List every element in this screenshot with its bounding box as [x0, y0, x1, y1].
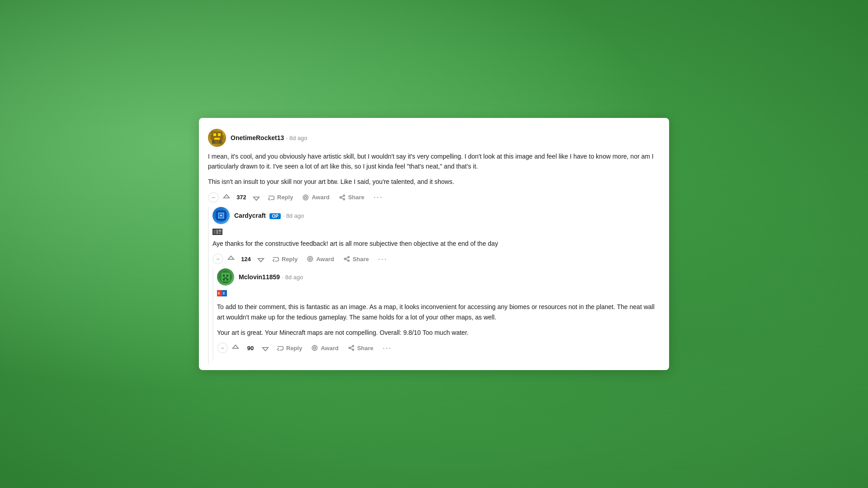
- collapse-button-1[interactable]: −: [208, 192, 219, 203]
- thread-line-1: [208, 207, 209, 365]
- more-button-1[interactable]: ···: [370, 192, 387, 203]
- comment-card: OnetimeRocket13 · 8d ago I mean, it's co…: [199, 118, 669, 371]
- username-mclovin[interactable]: Mclovin11859: [239, 273, 280, 281]
- comment-3-body: To add to their comment, this is fantast…: [217, 302, 660, 338]
- comment-3-p1: To add to their comment, this is fantast…: [217, 302, 660, 322]
- svg-rect-22: [219, 232, 222, 234]
- share-button-2[interactable]: Share: [340, 253, 373, 264]
- svg-rect-7: [221, 135, 223, 140]
- vote-count-3: 90: [244, 345, 257, 352]
- svg-point-41: [352, 346, 354, 347]
- reply-button-3[interactable]: Reply: [273, 343, 306, 353]
- comment-1-p2: This isn't an insult to your skill nor y…: [208, 177, 660, 187]
- svg-rect-30: [223, 275, 225, 277]
- username-onetimerocket13[interactable]: OnetimeRocket13: [231, 134, 284, 141]
- svg-rect-31: [226, 275, 228, 277]
- share-button-3[interactable]: Share: [344, 343, 377, 353]
- downvote-button-1[interactable]: [250, 192, 262, 203]
- comment-2-header: Cardycraft OP · 8d ago: [212, 207, 660, 224]
- svg-rect-4: [212, 141, 215, 143]
- award-button-3[interactable]: Award: [307, 343, 342, 353]
- comment-1-body: I mean, it's cool, and you obviously hav…: [208, 151, 660, 187]
- svg-point-8: [303, 195, 308, 200]
- award-button-2[interactable]: Award: [303, 253, 338, 264]
- svg-rect-37: [218, 292, 220, 295]
- comment-3-actions: − 90: [217, 342, 660, 354]
- svg-point-9: [305, 196, 307, 198]
- reply-button-1[interactable]: Reply: [264, 192, 297, 203]
- svg-rect-5: [219, 141, 222, 143]
- svg-rect-2: [218, 133, 221, 136]
- svg-point-39: [312, 346, 317, 351]
- comment-2-body: Aye thanks for the constructive feedback…: [212, 239, 660, 249]
- comment-1: OnetimeRocket13 · 8d ago I mean, it's co…: [208, 129, 660, 371]
- comment-3-header: Mclovin11859 · 8d ago: [217, 268, 660, 286]
- svg-point-12: [343, 198, 344, 200]
- svg-point-40: [314, 347, 316, 349]
- svg-rect-6: [211, 135, 213, 140]
- svg-rect-20: [216, 230, 218, 234]
- mclovin-flair: [217, 290, 660, 298]
- svg-point-11: [340, 197, 341, 198]
- svg-rect-1: [213, 133, 216, 136]
- more-button-3[interactable]: ···: [379, 343, 396, 354]
- collapse-button-3[interactable]: −: [217, 343, 228, 353]
- avatar-onetimerocket13: [208, 129, 226, 147]
- comment-1-actions: − 372 Reply Award Share: [208, 192, 660, 203]
- vote-count-1: 372: [235, 194, 248, 201]
- cardycraft-flair: [212, 229, 660, 235]
- upvote-button-1[interactable]: [221, 192, 232, 203]
- username-cardycraft[interactable]: Cardycraft: [234, 212, 266, 219]
- svg-point-26: [344, 258, 345, 260]
- svg-point-27: [348, 260, 349, 262]
- collapse-button-2[interactable]: −: [212, 253, 223, 264]
- more-button-2[interactable]: ···: [374, 253, 391, 265]
- svg-rect-34: [226, 279, 228, 281]
- svg-point-43: [352, 349, 354, 351]
- op-badge: OP: [269, 213, 280, 219]
- comment-2: Cardycraft OP · 8d ago: [212, 207, 660, 365]
- comment-1-p1: I mean, it's cool, and you obviously hav…: [208, 151, 660, 172]
- svg-point-42: [349, 347, 350, 349]
- upvote-button-2[interactable]: [225, 253, 237, 265]
- reply-button-2[interactable]: Reply: [269, 253, 301, 264]
- thread-content-2: Mclovin11859 · 8d ago: [217, 268, 660, 359]
- svg-rect-29: [221, 273, 230, 282]
- svg-point-10: [343, 195, 344, 196]
- thread-content-1: Cardycraft OP · 8d ago: [212, 207, 660, 365]
- comment-1-meta: OnetimeRocket13 · 8d ago: [231, 134, 307, 142]
- timestamp-3: · 8d ago: [282, 274, 303, 281]
- award-button-1[interactable]: Award: [298, 192, 333, 203]
- svg-rect-32: [224, 277, 227, 279]
- vote-count-2: 124: [240, 256, 252, 263]
- avatar-cardycraft: [212, 207, 230, 224]
- vote-area-2: 124: [225, 253, 267, 265]
- thread-line-2: [212, 268, 213, 359]
- vote-area-3: 90: [230, 342, 271, 354]
- comment-2-p1: Aye thanks for the constructive feedback…: [212, 239, 660, 249]
- downvote-button-3[interactable]: [259, 342, 271, 354]
- comment-3-p2: Your art is great. Your Minecraft maps a…: [217, 328, 660, 338]
- upvote-button-3[interactable]: [230, 342, 241, 354]
- vote-area-1: 372: [221, 192, 262, 203]
- svg-point-23: [308, 257, 313, 262]
- comment-2-actions: − 124 Reply: [212, 253, 660, 265]
- svg-point-24: [309, 258, 311, 260]
- svg-rect-17: [220, 215, 222, 216]
- svg-rect-3: [214, 138, 220, 140]
- comment-3-meta: Mclovin11859 · 8d ago: [239, 273, 303, 281]
- comment-1-header: OnetimeRocket13 · 8d ago: [208, 129, 660, 147]
- share-button-1[interactable]: Share: [335, 192, 368, 203]
- svg-rect-33: [223, 279, 225, 281]
- timestamp-1: · 8d ago: [286, 135, 307, 141]
- thread-level-2: Mclovin11859 · 8d ago: [212, 268, 660, 359]
- thread-level-1: Cardycraft OP · 8d ago: [208, 207, 660, 365]
- avatar-mclovin: [217, 268, 234, 286]
- svg-point-25: [348, 257, 349, 258]
- svg-rect-19: [213, 230, 216, 234]
- comment-3: Mclovin11859 · 8d ago: [217, 268, 660, 359]
- svg-rect-21: [219, 230, 222, 232]
- downvote-button-2[interactable]: [255, 253, 267, 265]
- svg-rect-38: [223, 292, 225, 295]
- timestamp-2: · 8d ago: [283, 212, 304, 219]
